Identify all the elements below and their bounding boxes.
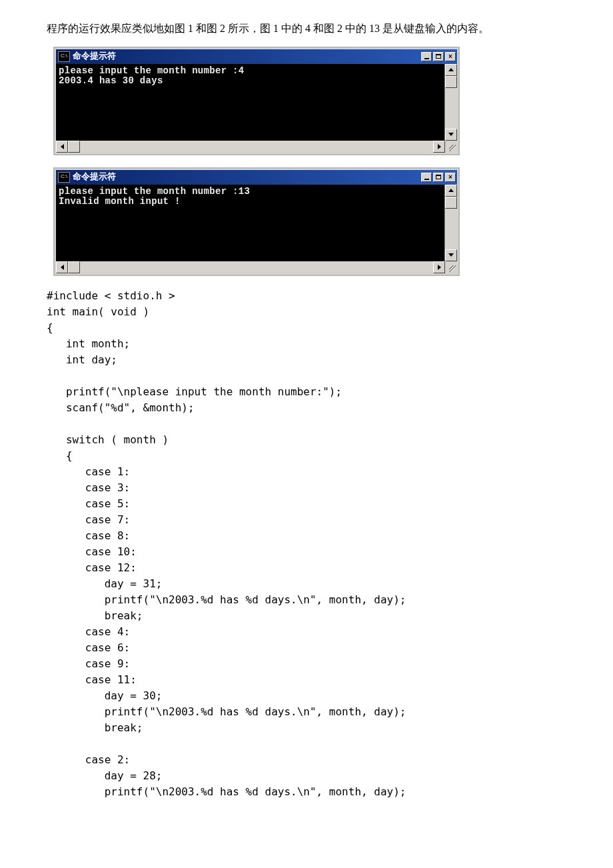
console-output: please input the month number :4 2003.4 … (56, 64, 444, 141)
source-code: #include < stdio.h > int main( void ) { … (47, 288, 566, 800)
vertical-scrollbar[interactable] (444, 185, 457, 261)
command-prompt-window-1: C:\ 命令提示符 × please input the month numbe… (53, 47, 460, 155)
window-title: 命令提示符 (73, 170, 421, 184)
scroll-right-icon[interactable] (433, 261, 445, 273)
resize-grip-icon[interactable] (445, 141, 457, 153)
minimize-button[interactable] (421, 173, 432, 182)
scroll-thumb[interactable] (445, 197, 457, 209)
scroll-thumb[interactable] (68, 261, 80, 273)
maximize-button[interactable] (433, 52, 444, 61)
command-prompt-window-2: C:\ 命令提示符 × please input the month numbe… (53, 167, 460, 276)
resize-grip-icon[interactable] (445, 261, 457, 273)
scroll-down-icon[interactable] (445, 129, 457, 141)
maximize-button[interactable] (433, 173, 444, 182)
scroll-right-icon[interactable] (433, 141, 445, 153)
close-button[interactable]: × (445, 52, 456, 61)
window-title: 命令提示符 (73, 49, 421, 63)
scroll-up-icon[interactable] (445, 185, 457, 197)
scroll-down-icon[interactable] (445, 249, 457, 261)
scroll-thumb[interactable] (68, 141, 80, 153)
intro-text: 程序的运行效果应类似地如图 1 和图 2 所示，图 1 中的 4 和图 2 中的… (47, 20, 566, 37)
scroll-up-icon[interactable] (445, 64, 457, 76)
scroll-left-icon[interactable] (56, 261, 68, 273)
scroll-left-icon[interactable] (56, 141, 68, 153)
app-icon: C:\ (58, 51, 70, 62)
titlebar[interactable]: C:\ 命令提示符 × (56, 170, 457, 185)
close-button[interactable]: × (445, 173, 456, 182)
minimize-button[interactable] (421, 52, 432, 61)
console-output: please input the month number :13 Invali… (56, 185, 444, 261)
horizontal-scrollbar[interactable] (56, 261, 457, 273)
app-icon: C:\ (58, 172, 70, 183)
titlebar[interactable]: C:\ 命令提示符 × (56, 49, 457, 64)
scroll-thumb[interactable] (445, 76, 457, 88)
horizontal-scrollbar[interactable] (56, 141, 457, 153)
vertical-scrollbar[interactable] (444, 64, 457, 141)
